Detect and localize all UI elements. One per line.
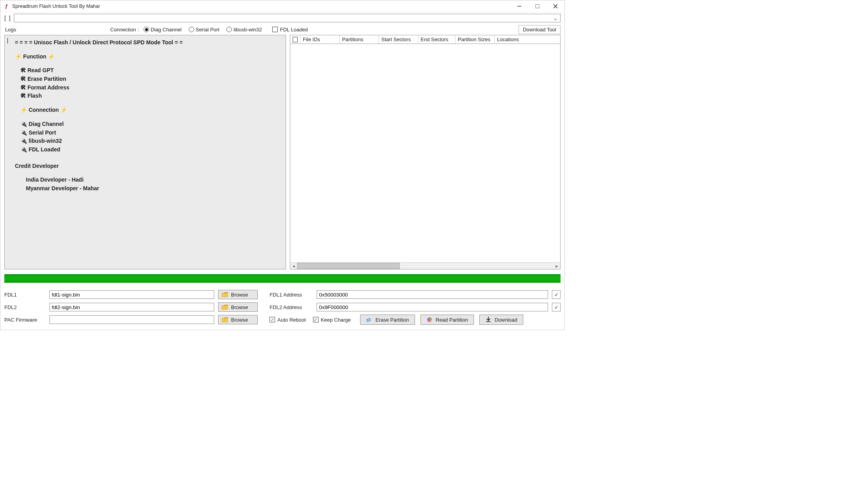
checkbox-label: Auto Reboot: [277, 317, 306, 323]
checkbox-label: Keep Charge: [321, 317, 351, 323]
radio-diag-channel[interactable]: Diag Channel: [144, 27, 182, 33]
erase-partition-button[interactable]: Erase Partition: [360, 315, 415, 325]
checkbox-icon: [293, 37, 298, 42]
folder-icon: [222, 317, 228, 322]
button-label: Browse: [231, 317, 248, 323]
svg-rect-4: [366, 318, 371, 322]
connection-label: Connection :: [110, 27, 139, 33]
titlebar: ƒ Spreadtrum Flash Unlock Tool By Mahar: [0, 0, 564, 12]
read-partition-button[interactable]: Read Partition: [421, 315, 474, 325]
close-icon: [553, 4, 558, 9]
top-dropdown[interactable]: ⌄: [14, 14, 561, 22]
button-label: Download Tool: [523, 27, 556, 33]
checkbox-fdl-loaded[interactable]: FDL Loaded: [272, 27, 308, 33]
maximize-button[interactable]: [528, 0, 546, 12]
folder-icon: [222, 292, 228, 297]
checkbox-icon: [269, 317, 275, 322]
toolbar-row: Logs Connection : Diag Channel Serial Po…: [0, 24, 564, 35]
logs-label: Logs: [4, 27, 110, 33]
radio-label: libusb-win32: [233, 27, 262, 33]
log-line: 🛠 Read GPT: [20, 66, 280, 75]
pie-icon: [426, 317, 433, 323]
checkbox-icon: [313, 317, 319, 322]
th-partitions[interactable]: Partitions: [340, 35, 379, 44]
log-header: = = = = Unisoc Flash / Unlock Direct Pro…: [15, 38, 280, 47]
button-label: Browse: [231, 304, 248, 310]
fdl1-browse-button[interactable]: Browse: [218, 290, 258, 299]
th-locations[interactable]: Locations: [495, 35, 560, 44]
button-label: Erase Partition: [375, 317, 409, 323]
auto-reboot-checkbox[interactable]: Auto Reboot: [269, 317, 306, 323]
fdl2-label: FDL2: [4, 304, 46, 310]
keep-charge-checkbox[interactable]: Keep Charge: [313, 317, 351, 323]
scroll-thumb[interactable]: [297, 263, 400, 269]
scroll-right-icon[interactable]: ►: [553, 263, 560, 269]
window-title: Spreadtrum Flash Unlock Tool By Mahar: [12, 4, 510, 9]
form-area: FDL1 Browse FDL1 Address ✓ FDL2 Browse F…: [0, 287, 564, 330]
folder-icon: [222, 305, 228, 310]
log-line: 🛠 Format Address: [20, 84, 280, 92]
pac-path-input[interactable]: [49, 315, 214, 324]
th-file-ids[interactable]: File IDs: [300, 35, 340, 44]
checkbox-label: FDL Loaded: [280, 27, 308, 33]
radio-icon: [226, 27, 232, 32]
radio-label: Serial Port: [196, 27, 220, 33]
erase-icon: [366, 317, 372, 323]
pac-browse-button[interactable]: Browse: [218, 315, 258, 324]
th-end-sectors[interactable]: End Sectors: [418, 35, 455, 44]
maximize-icon: [535, 4, 540, 9]
radio-label: Diag Channel: [151, 27, 182, 33]
log-line: Myanmar Developer - Mahar: [26, 184, 280, 193]
app-icon: ƒ: [4, 4, 9, 9]
fdl1-label: FDL1: [4, 292, 46, 298]
log-line: 🛠 Flash: [20, 92, 280, 100]
button-label: Browse: [231, 292, 248, 298]
fdl2-browse-button[interactable]: Browse: [218, 302, 258, 312]
th-partition-sizes[interactable]: Partition Sizes: [455, 35, 495, 44]
checkbox-icon: [272, 27, 278, 32]
log-connection-header: ⚡ Connection ⚡: [20, 106, 280, 115]
minimize-button[interactable]: [510, 0, 528, 12]
table-header-checkbox[interactable]: [290, 35, 300, 44]
table-header: File IDs Partitions Start Sectors End Se…: [290, 35, 560, 44]
log-line: 🔌 FDL Loaded: [20, 146, 280, 154]
log-line: 🔌 Diag Channel: [20, 120, 280, 129]
fdl2-addr-input[interactable]: [317, 303, 548, 311]
th-start-sectors[interactable]: Start Sectors: [379, 35, 418, 44]
table-body: [290, 44, 560, 262]
fdl1-addr-input[interactable]: [317, 290, 548, 299]
download-button[interactable]: Download: [479, 315, 523, 325]
svg-rect-1: [536, 4, 539, 8]
close-button[interactable]: [546, 0, 564, 12]
button-label: Read Partition: [436, 317, 468, 323]
radio-icon: [189, 27, 194, 32]
horizontal-scrollbar[interactable]: ◄ ►: [290, 262, 560, 269]
chevron-down-icon: ⌄: [553, 15, 558, 21]
download-tool-button[interactable]: Download Tool: [519, 25, 561, 34]
progress-bar: [4, 274, 561, 283]
radio-icon: [144, 27, 149, 32]
fdl2-enable-checkbox[interactable]: ✓: [552, 303, 561, 311]
log-line: 🔌 libusb-win32: [20, 137, 280, 146]
pac-label: PAC Firmware: [4, 317, 46, 323]
fdl1-path-input[interactable]: [49, 290, 214, 299]
fdl2-path-input[interactable]: [49, 303, 214, 311]
radio-serial-port[interactable]: Serial Port: [189, 27, 220, 33]
partition-table: File IDs Partitions Start Sectors End Se…: [290, 35, 561, 269]
radio-libusb[interactable]: libusb-win32: [226, 27, 262, 33]
button-label: Download: [495, 317, 517, 323]
top-brackets: [ ]: [4, 15, 11, 21]
log-pane[interactable]: = = = = Unisoc Flash / Unlock Direct Pro…: [4, 35, 286, 269]
log-credit-header: Credit Developer: [15, 162, 280, 171]
log-line: India Developer - Hadi: [26, 176, 280, 184]
top-combo-row: [ ] ⌄: [0, 12, 564, 24]
fdl1-enable-checkbox[interactable]: ✓: [552, 290, 561, 299]
log-line: 🔌 Serial Port: [20, 129, 280, 137]
fdl2-addr-label: FDL2 Address: [269, 304, 313, 310]
scroll-left-icon[interactable]: ◄: [290, 263, 297, 269]
fdl1-addr-label: FDL1 Address: [269, 292, 313, 298]
log-function-header: ⚡ Function ⚡: [15, 53, 280, 61]
minimize-icon: [517, 4, 522, 9]
download-icon: [485, 317, 492, 323]
log-line: 🛠 Erase Partition: [20, 75, 280, 84]
